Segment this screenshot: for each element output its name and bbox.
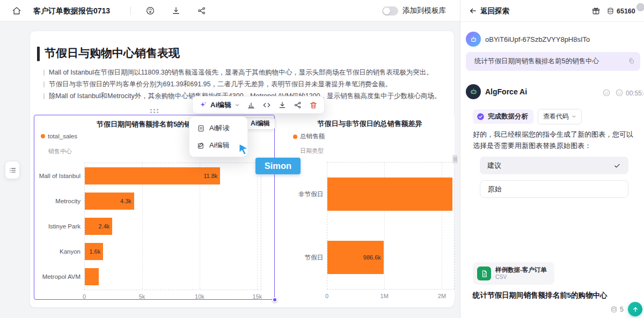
gridline [257, 163, 258, 290]
trash-icon [309, 101, 318, 109]
status-label: 完成数据分析 [488, 112, 528, 121]
assistant-name: AlgForce Ai [485, 87, 527, 96]
smiley-icon [615, 88, 624, 97]
x-tick-label: 15k [253, 293, 262, 300]
value-label: 2.4k [98, 223, 112, 230]
share-report-button[interactable] [197, 6, 207, 16]
chart-type-button[interactable] [247, 101, 255, 109]
credits-icon [606, 7, 614, 15]
footer-counter: 5 [610, 306, 624, 313]
reaction-button[interactable] [602, 88, 611, 97]
legend-marker [293, 135, 297, 139]
csv-file-icon [477, 267, 491, 280]
category-label: Kanyon [60, 248, 80, 255]
profile-badge-icon[interactable] [636, 3, 644, 11]
value-label: 11.8k [203, 173, 220, 179]
legend-label: total_sales [48, 133, 77, 139]
palette-icon [145, 6, 155, 16]
template-toggle[interactable] [382, 6, 398, 16]
value-label: 986.6k [363, 254, 384, 261]
option-suggested[interactable]: 建议 [480, 157, 628, 174]
ai-edit-badge-label: Ai编辑 [251, 119, 270, 128]
user-query-text: 统计节假日期间销售额排名前5的销售中心 [474, 57, 599, 66]
stack-icon [610, 306, 618, 313]
chart-title: 节假日与非节假日的总销售额差异 [285, 119, 455, 129]
report-card: 节假日与购物中心销售表现 Mall of Istanbul在节假日期间以1180… [30, 31, 455, 308]
rewards-button[interactable] [591, 6, 601, 16]
bar-Metrocity: 4.3k [85, 193, 134, 210]
analysis-status-row: 完成数据分析 查看代码 [473, 109, 582, 124]
report-title: 节假日与购物中心销售表现 [45, 46, 180, 61]
menu-item-label: Ai解读 [209, 123, 230, 133]
credits-value: 65160 [617, 8, 635, 15]
category-label: Metropol AVM [42, 273, 80, 280]
bar-Mall of Istanbul: 11.8k [85, 167, 220, 184]
interpret-icon [197, 124, 205, 132]
copy-icon [628, 57, 635, 64]
plot-area: 非节假日节假日986.6k [327, 162, 455, 290]
bar-Metropol AVM [85, 268, 99, 285]
message-timestamp: 00:55:4 [626, 90, 644, 97]
legend-marker [41, 134, 45, 138]
chart-holiday-vs-nonholiday[interactable]: 节假日与非节假日的总销售额差异 总销售额 日期类型 非节假日节假日986.6k … [285, 115, 455, 300]
drag-handle[interactable] [150, 109, 159, 113]
category-label: Mall of Istanbul [39, 173, 80, 179]
view-code-button[interactable]: 查看代码 [538, 109, 582, 124]
ai-edit-dropdown-button[interactable]: Ai编辑 [199, 100, 240, 110]
document-title: 客户订单数据报告0713 [33, 0, 110, 21]
insight-item: Mall of Istanbul在节假日期间以11809.3的销售额遥遥领先，显… [43, 69, 449, 77]
gift-icon [591, 6, 601, 16]
back-label: 返回探索 [480, 6, 509, 16]
plot-area: Mall of Istanbul11.8kMetrocity4.3kIstiny… [84, 162, 261, 290]
arrow-up-icon [632, 306, 639, 313]
footer-count-value: 5 [620, 306, 624, 313]
report-canvas: 节假日与购物中心销售表现 Mall of Istanbul在节假日期间以1180… [0, 21, 460, 318]
menu-item-ai-interpret[interactable]: Ai解读 [192, 120, 245, 137]
check-circle-icon [477, 113, 485, 121]
x-axis: 05k10k15k [84, 292, 261, 301]
toggle-knob [383, 8, 390, 14]
app-root: 客户订单数据报告0713 添加到模板库 节假日与购物中心销售表现 Mall of… [0, 0, 644, 318]
code-icon [262, 101, 271, 109]
x-tick-label: 2M [438, 293, 446, 299]
share-chart-button[interactable] [294, 101, 302, 109]
chart-scroll-handle[interactable] [452, 155, 458, 164]
outline-button[interactable] [5, 161, 20, 179]
chart-legend: total_sales [41, 133, 77, 139]
theme-button[interactable] [145, 6, 155, 16]
smiley-icon [602, 88, 611, 97]
user-avatar [466, 32, 481, 47]
arrow-left-icon [469, 7, 477, 15]
value-label: 1.6k [89, 248, 103, 255]
ai-robot-icon [469, 87, 478, 97]
x-tick-label: 5k [139, 293, 145, 300]
back-to-explore-button[interactable]: 返回探索 [469, 0, 509, 22]
x-tick-label: 10k [195, 293, 204, 300]
assistant-avatar [466, 84, 481, 99]
option-label: 原始 [488, 184, 502, 194]
credits-counter[interactable]: 65160 [606, 0, 635, 22]
menu-item-label: Ai编辑 [209, 140, 230, 150]
bar-非节假日 [327, 178, 452, 211]
view-code-button[interactable] [262, 101, 271, 109]
share-icon [197, 6, 207, 16]
datasource-card[interactable]: 样例数据-客户订单 CSV [473, 262, 554, 285]
home-button[interactable] [12, 6, 21, 16]
followup-query: 统计节假日期间销售额排名前5的购物中心 [473, 291, 608, 300]
option-original[interactable]: 原始 [480, 180, 628, 198]
panel-header: 返回探索 65160 [460, 0, 644, 22]
download-report-button[interactable] [171, 6, 181, 16]
download-chart-button[interactable] [278, 101, 287, 109]
selection-resize-handle[interactable] [272, 297, 277, 302]
delete-chart-button[interactable] [309, 101, 318, 109]
home-icon [12, 6, 21, 16]
user-query-bubble: 统计节假日期间销售额排名前5的销售中心 [466, 52, 640, 71]
editor-section: 客户订单数据报告0713 添加到模板库 节假日与购物中心销售表现 Mall of… [0, 0, 460, 318]
copy-button[interactable] [628, 57, 635, 64]
reaction-button[interactable] [615, 88, 624, 97]
check-icon [613, 162, 621, 169]
chat-panel: 返回探索 65160 oBYiT6iUpf-67SzbZVYY8pH8sITo … [460, 0, 644, 318]
scroll-to-top-button[interactable] [628, 302, 642, 316]
chart-legend: 总销售额 [293, 132, 325, 140]
option-label: 建议 [487, 161, 501, 171]
